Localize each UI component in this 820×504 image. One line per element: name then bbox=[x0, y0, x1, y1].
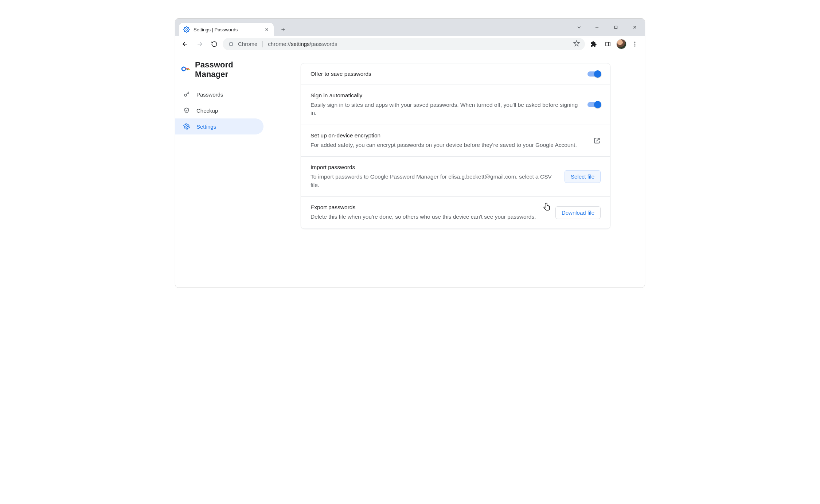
svg-point-10 bbox=[186, 126, 188, 128]
row-description: Easily sign in to sites and apps with yo… bbox=[311, 101, 580, 117]
window-controls bbox=[572, 19, 643, 36]
window-close-button[interactable] bbox=[626, 20, 643, 35]
svg-rect-4 bbox=[606, 42, 610, 46]
row-offer-to-save: Offer to save passwords bbox=[301, 63, 610, 85]
extensions-icon[interactable] bbox=[587, 38, 600, 50]
chrome-chip-label: Chrome bbox=[238, 41, 257, 47]
settings-main: Offer to save passwords Sign in automati… bbox=[266, 52, 645, 288]
window-minimize-button[interactable] bbox=[589, 20, 605, 35]
tab-title: Settings | Passwords bbox=[194, 27, 261, 32]
svg-point-6 bbox=[634, 43, 636, 44]
settings-gear-icon bbox=[183, 26, 190, 33]
toggle-offer-to-save[interactable] bbox=[587, 71, 601, 77]
svg-point-7 bbox=[634, 45, 636, 46]
shield-check-icon bbox=[183, 107, 190, 114]
brand: Password Manager bbox=[181, 59, 263, 86]
new-tab-button[interactable] bbox=[277, 24, 289, 35]
url-prefix: chrome:// bbox=[268, 41, 291, 47]
svg-point-0 bbox=[186, 29, 188, 31]
svg-point-5 bbox=[634, 42, 636, 43]
sidebar: Password Manager Passwords Checkup Setti… bbox=[175, 52, 266, 288]
svg-point-8 bbox=[182, 67, 186, 71]
omnibox-separator bbox=[262, 41, 263, 47]
row-description: Delete this file when you're done, so ot… bbox=[311, 213, 548, 221]
svg-point-3 bbox=[230, 43, 232, 45]
settings-card: Offer to save passwords Sign in automati… bbox=[301, 63, 610, 229]
svg-point-9 bbox=[184, 94, 187, 96]
svg-rect-1 bbox=[615, 26, 617, 29]
window-maximize-button[interactable] bbox=[608, 20, 624, 35]
row-title: Set up on-device encryption bbox=[311, 132, 586, 139]
sidebar-item-label: Checkup bbox=[196, 108, 218, 114]
nav-back-button[interactable] bbox=[179, 38, 191, 50]
tab-strip: Settings | Passwords bbox=[175, 19, 645, 36]
page-title: Password Manager bbox=[195, 60, 262, 79]
tab-settings-passwords[interactable]: Settings | Passwords bbox=[179, 23, 274, 36]
row-title: Export passwords bbox=[311, 204, 548, 211]
row-description: For added safety, you can encrypt passwo… bbox=[311, 141, 586, 149]
tab-close-icon[interactable] bbox=[264, 27, 269, 32]
row-on-device-encryption[interactable]: Set up on-device encryption For added sa… bbox=[301, 125, 610, 157]
bookmark-star-icon[interactable] bbox=[573, 40, 580, 48]
address-bar[interactable]: Chrome chrome://settings/passwords bbox=[223, 38, 585, 50]
row-sign-in-automatically: Sign in automatically Easily sign in to … bbox=[301, 85, 610, 125]
sidebar-item-label: Passwords bbox=[196, 91, 223, 98]
sidebar-item-label: Settings bbox=[196, 124, 216, 130]
sidepanel-icon[interactable] bbox=[602, 38, 614, 50]
tab-search-chevron-icon[interactable] bbox=[572, 20, 586, 35]
nav-forward-button[interactable] bbox=[194, 38, 206, 50]
sidebar-item-passwords[interactable]: Passwords bbox=[175, 86, 263, 102]
password-manager-key-icon bbox=[181, 65, 190, 75]
open-in-new-icon bbox=[593, 137, 601, 144]
select-file-button[interactable]: Select file bbox=[565, 170, 601, 183]
toggle-sign-in-automatically[interactable] bbox=[587, 102, 601, 107]
row-description: To import passwords to Google Password M… bbox=[311, 173, 557, 189]
browser-window: Settings | Passwords bbox=[175, 18, 645, 288]
toolbar: Chrome chrome://settings/passwords bbox=[175, 36, 645, 52]
sidebar-item-settings[interactable]: Settings bbox=[175, 118, 263, 134]
url-text: chrome://settings/passwords bbox=[268, 41, 337, 47]
row-title: Offer to save passwords bbox=[311, 71, 580, 77]
url-suffix: /passwords bbox=[310, 41, 337, 47]
nav-reload-button[interactable] bbox=[208, 38, 220, 50]
gear-icon bbox=[183, 123, 190, 130]
chrome-chip-icon bbox=[228, 41, 234, 47]
key-icon bbox=[183, 91, 190, 98]
page-content: Password Manager Passwords Checkup Setti… bbox=[175, 52, 645, 288]
profile-avatar[interactable] bbox=[616, 39, 626, 49]
row-title: Import passwords bbox=[311, 164, 557, 171]
row-title: Sign in automatically bbox=[311, 92, 580, 99]
row-export-passwords: Export passwords Delete this file when y… bbox=[301, 197, 610, 228]
url-strong: settings bbox=[291, 41, 310, 47]
kebab-menu-icon[interactable] bbox=[629, 38, 641, 50]
download-file-button[interactable]: Download file bbox=[555, 206, 601, 219]
sidebar-item-checkup[interactable]: Checkup bbox=[175, 102, 263, 118]
row-import-passwords: Import passwords To import passwords to … bbox=[301, 157, 610, 197]
